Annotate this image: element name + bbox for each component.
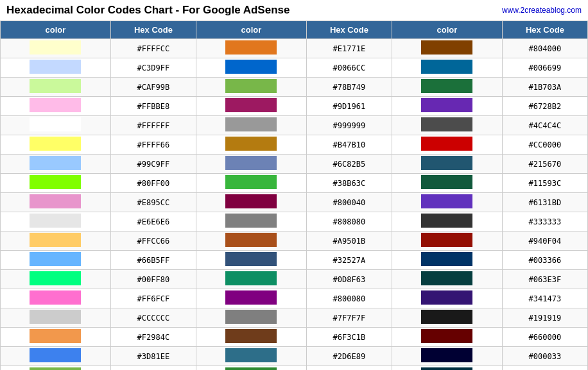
table-row: #FF6FCF#800080#341473	[1, 289, 588, 308]
hex-code-2: #38B63C	[306, 174, 392, 193]
hex-code-1: #FFBBE8	[110, 97, 196, 116]
color-swatch-2	[196, 308, 306, 328]
hex-code-1: #C3D9FF	[110, 58, 196, 78]
hex-code-2: #B47B10	[306, 135, 392, 155]
hex-code-2: #800040	[306, 193, 392, 212]
table-row: #FFFF66#B47B10#CC0000	[1, 135, 588, 155]
color-swatch-1	[1, 270, 111, 289]
color-swatch-2	[196, 231, 306, 251]
color-swatch-1	[1, 174, 111, 193]
color-swatch-3	[392, 328, 502, 347]
color-swatch-3	[392, 116, 502, 135]
color-swatch-1	[1, 347, 111, 366]
color-chart-table: color Hex Code color Hex Code color Hex …	[0, 21, 588, 370]
table-header-row: color Hex Code color Hex Code color Hex …	[1, 21, 588, 39]
color-swatch-1	[1, 155, 111, 174]
color-swatch-1	[1, 97, 111, 116]
table-row: #00FF80#0D8F63#063E3F	[1, 270, 588, 289]
header-col3-color: color	[392, 21, 502, 39]
hex-code-1: #E6E6E6	[110, 212, 196, 231]
hex-code-3: #006699	[502, 58, 587, 78]
color-swatch-1	[1, 135, 111, 155]
color-swatch-2	[196, 116, 306, 135]
color-swatch-3	[392, 231, 502, 251]
hex-code-2: #9D1961	[306, 97, 392, 116]
hex-code-2: #0066CC	[306, 58, 392, 78]
color-swatch-2	[196, 251, 306, 270]
table-row: #80FF00#38B63C#11593C	[1, 174, 588, 193]
color-swatch-2	[196, 328, 306, 347]
header-col1-color: color	[1, 21, 111, 39]
hex-code-3: #341473	[502, 289, 587, 308]
table-row: #99C9FF#6C82B5#215670	[1, 155, 588, 174]
hex-code-3: #333333	[502, 212, 587, 231]
hex-code-3: #002E3F	[502, 366, 587, 371]
hex-code-1: #FF6FCF	[110, 289, 196, 308]
color-swatch-2	[196, 58, 306, 78]
color-swatch-3	[392, 135, 502, 155]
hex-code-3: #6131BD	[502, 193, 587, 212]
color-swatch-3	[392, 97, 502, 116]
color-swatch-3	[392, 78, 502, 97]
table-row: #CAF99B#78B749#1B703A	[1, 78, 588, 97]
color-swatch-1	[1, 328, 111, 347]
color-swatch-2	[196, 78, 306, 97]
hex-code-3: #CC0000	[502, 135, 587, 155]
hex-code-1: #66B5FF	[110, 251, 196, 270]
hex-code-3: #003366	[502, 251, 587, 270]
hex-code-3: #215670	[502, 155, 587, 174]
color-swatch-1	[1, 289, 111, 308]
color-swatch-3	[392, 58, 502, 78]
hex-code-3: #6728B2	[502, 97, 587, 116]
color-swatch-2	[196, 366, 306, 371]
color-swatch-2	[196, 135, 306, 155]
page-header: Hexadecimal Color Codes Chart - For Goog…	[0, 0, 588, 21]
hex-code-2: #2D8930	[306, 366, 392, 371]
color-swatch-3	[392, 289, 502, 308]
color-swatch-3	[392, 347, 502, 366]
color-swatch-1	[1, 366, 111, 371]
color-swatch-1	[1, 308, 111, 328]
hex-code-1: #00FF80	[110, 270, 196, 289]
color-swatch-1	[1, 212, 111, 231]
table-row: #E6E6E6#808080#333333	[1, 212, 588, 231]
hex-code-2: #6C82B5	[306, 155, 392, 174]
hex-code-1: #FFFFFF	[110, 116, 196, 135]
color-swatch-2	[196, 39, 306, 58]
hex-code-2: #999999	[306, 116, 392, 135]
hex-code-3: #1B703A	[502, 78, 587, 97]
color-swatch-3	[392, 366, 502, 371]
hex-code-3: #4C4C4C	[502, 116, 587, 135]
website-link[interactable]: www.2createablog.com	[502, 6, 582, 15]
color-swatch-2	[196, 97, 306, 116]
hex-code-2: #808080	[306, 212, 392, 231]
hex-code-2: #0D8F63	[306, 270, 392, 289]
hex-code-1: #CCCCCC	[110, 308, 196, 328]
color-swatch-1	[1, 39, 111, 58]
hex-code-1: #99C9FF	[110, 155, 196, 174]
color-swatch-3	[392, 212, 502, 231]
table-row: #C3D9FF#0066CC#006699	[1, 58, 588, 78]
color-swatch-3	[392, 308, 502, 328]
color-swatch-1	[1, 251, 111, 270]
color-swatch-2	[196, 174, 306, 193]
page-title: Hexadecimal Color Codes Chart - For Goog…	[6, 4, 290, 17]
hex-code-1: #3D81EE	[110, 347, 196, 366]
hex-code-3: #804000	[502, 39, 587, 58]
hex-code-3: #940F04	[502, 231, 587, 251]
color-swatch-1	[1, 116, 111, 135]
hex-code-2: #6F3C1B	[306, 328, 392, 347]
color-swatch-1	[1, 78, 111, 97]
table-row: #3D81EE#2D6E89#000033	[1, 347, 588, 366]
table-row: #CCCCCC#7F7F7F#191919	[1, 308, 588, 328]
hex-code-1: #78B749	[110, 366, 196, 371]
hex-code-2: #800080	[306, 289, 392, 308]
color-swatch-2	[196, 193, 306, 212]
color-swatch-3	[392, 174, 502, 193]
hex-code-3: #191919	[502, 308, 587, 328]
hex-code-1: #FFCC66	[110, 231, 196, 251]
header-col2-hex: Hex Code	[306, 21, 392, 39]
table-row: #FFFFCC#E1771E#804000	[1, 39, 588, 58]
color-swatch-2	[196, 155, 306, 174]
hex-code-2: #2D6E89	[306, 347, 392, 366]
